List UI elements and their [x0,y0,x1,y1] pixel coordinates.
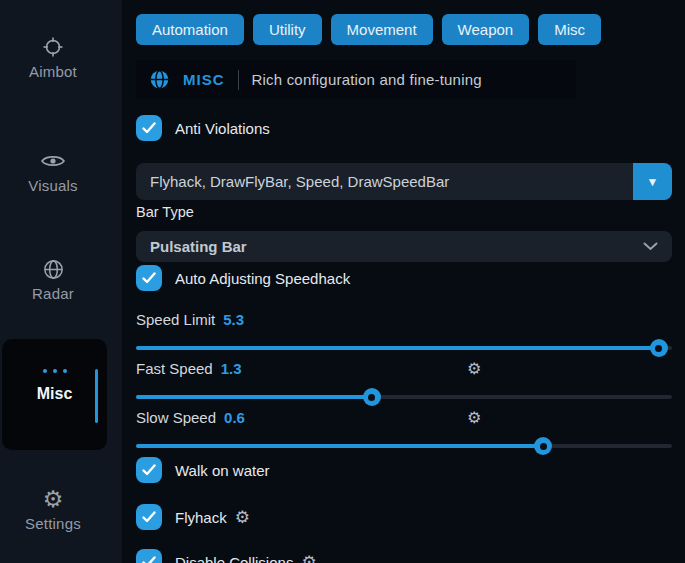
checkbox-label: Walk on water [175,462,269,479]
slider-thumb[interactable] [363,388,381,406]
fast-speed-slider[interactable] [136,388,672,406]
tab-misc[interactable]: Misc [538,14,601,45]
feature-multiselect[interactable]: Flyhack, DrawFlyBar, Speed, DrawSpeedBar… [136,163,672,200]
ellipsis-icon [2,369,107,373]
crosshair-icon [0,34,106,60]
eye-icon [0,148,106,174]
slider-thumb[interactable] [534,437,552,455]
sidebar-item-radar[interactable]: Radar [0,256,106,302]
sidebar-item-label: Misc [2,385,107,403]
walk-on-water-checkbox[interactable]: Walk on water [136,457,672,483]
tab-weapon[interactable]: Weapon [442,14,530,45]
section-header: MISC Rich configuration and fine-tuning [136,60,576,99]
gear-icon[interactable]: ⚙ [235,509,250,526]
sidebar-item-label: Settings [0,515,106,532]
multiselect-open-button[interactable]: ▼ [633,163,672,200]
slider-fill [136,346,659,350]
slow-speed-value: 0.6 [224,409,245,426]
slow-speed-label: Slow Speed0.6 ⚙ [136,409,672,426]
sidebar-item-label: Aimbot [0,63,106,80]
select-value: Pulsating Bar [150,238,247,255]
section-subtitle: Rich configuration and fine-tuning [252,71,482,88]
anti-violations-checkbox[interactable]: Anti Violations [136,115,672,141]
sidebar-item-label: Visuals [0,177,106,194]
checkbox-checked-icon[interactable] [136,549,162,563]
checkbox-checked-icon[interactable] [136,457,162,483]
fast-speed-value: 1.3 [221,360,242,377]
gear-icon: ⚙ [0,486,106,512]
tab-automation[interactable]: Automation [136,14,244,45]
checkbox-checked-icon[interactable] [136,504,162,530]
checkbox-label: Anti Violations [175,120,270,137]
globe-icon [0,256,106,282]
main-panel: Automation Utility Movement Weapon Misc … [136,0,672,563]
gear-icon[interactable]: ⚙ [301,554,316,563]
auto-adjusting-speedhack-checkbox[interactable]: Auto Adjusting Speedhack [136,265,672,291]
divider [238,70,239,90]
slow-speed-slider[interactable] [136,437,672,455]
checkbox-checked-icon[interactable] [136,265,162,291]
active-indicator [95,369,98,423]
sidebar: Aimbot Visuals Radar Misc ⚙ Settings [0,0,122,563]
sidebar-item-label: Radar [0,285,106,302]
checkbox-label: Flyhack⚙ [175,509,250,526]
speed-limit-slider[interactable] [136,339,672,357]
dropdown-triangle-icon: ▼ [647,175,659,189]
sidebar-item-aimbot[interactable]: Aimbot [0,34,106,80]
flyhack-checkbox[interactable]: Flyhack⚙ [136,504,672,530]
sidebar-item-settings[interactable]: ⚙ Settings [0,486,106,532]
multiselect-value: Flyhack, DrawFlyBar, Speed, DrawSpeedBar [136,173,633,190]
bar-type-label: Bar Type [136,204,672,220]
checkbox-label: Auto Adjusting Speedhack [175,270,350,287]
sidebar-item-visuals[interactable]: Visuals [0,148,106,194]
category-tabs: Automation Utility Movement Weapon Misc [136,14,672,45]
checkbox-checked-icon[interactable] [136,115,162,141]
slider-thumb[interactable] [650,339,668,357]
checkbox-label: Disable Collisions⚙ [175,554,317,563]
slider-fill [136,395,372,399]
gear-icon[interactable]: ⚙ [467,359,481,378]
gear-icon[interactable]: ⚙ [467,408,481,427]
section-title: MISC [183,71,225,88]
tab-utility[interactable]: Utility [253,14,322,45]
chevron-down-icon [643,242,658,251]
speed-limit-label: Speed Limit5.3 [136,311,672,328]
tab-movement[interactable]: Movement [331,14,433,45]
fast-speed-label: Fast Speed1.3 ⚙ [136,360,672,377]
bar-type-select[interactable]: Pulsating Bar [136,231,672,262]
globe-icon [149,69,170,90]
speed-limit-value: 5.3 [223,311,244,328]
slider-fill [136,444,543,448]
disable-collisions-checkbox[interactable]: Disable Collisions⚙ [136,549,672,563]
sidebar-item-misc[interactable]: Misc [2,339,107,450]
